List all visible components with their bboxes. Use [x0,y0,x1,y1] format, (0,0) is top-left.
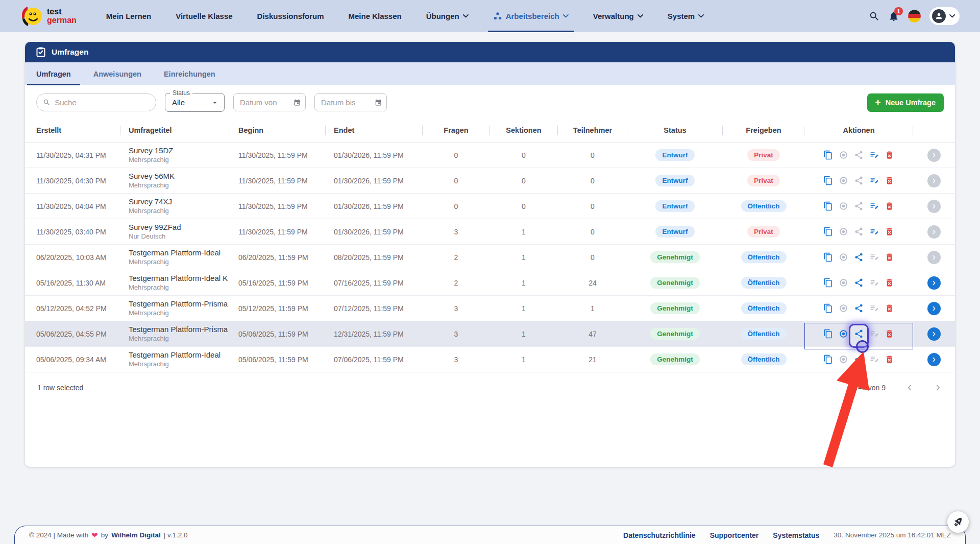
account-menu[interactable] [929,7,960,25]
copy-button[interactable] [822,302,835,315]
copy-button[interactable] [822,328,835,340]
search-field[interactable] [55,98,150,107]
footer-link-status[interactable]: Systemstatus [773,531,819,539]
status-select[interactable]: Status Alle [165,93,225,112]
nav-item[interactable]: Verwaltung [593,0,643,32]
tab[interactable]: Einreichungen [164,62,215,85]
copy-button[interactable] [822,149,835,161]
copy-button[interactable] [822,251,835,264]
nav-item[interactable]: Mein Lernen [106,0,151,32]
language-flag-icon[interactable] [908,9,921,23]
search-input[interactable] [36,93,156,111]
preview-eye-button[interactable] [838,328,850,340]
open-row-button[interactable] [927,225,941,239]
copy-button[interactable] [822,226,835,238]
preview-eye-button[interactable] [838,277,850,289]
delete-button[interactable] [884,251,896,264]
edit-button[interactable] [868,149,880,161]
delete-button[interactable] [884,226,896,238]
nav-item[interactable]: Arbeitsbereich [493,0,569,32]
nav-item[interactable]: Übungen [426,0,469,32]
delete-button[interactable] [884,149,896,161]
edit-button[interactable] [868,353,880,366]
table-row[interactable]: 06/20/2025, 10:03 AM Testgerman Plattfor… [25,245,955,270]
open-row-button[interactable] [927,302,941,315]
share-button[interactable] [853,302,865,315]
column-header[interactable]: Status [627,119,723,142]
calendar-icon[interactable] [375,98,382,107]
preview-eye-button[interactable] [838,226,850,238]
app-logo[interactable]: test german [20,5,77,28]
preview-eye-button[interactable] [838,149,850,161]
column-header[interactable]: Aktionen [804,119,913,142]
table-row[interactable]: 05/06/2025, 09:34 AM Testgerman Plattfor… [25,347,955,372]
date-to-field[interactable] [321,98,373,107]
table-row[interactable]: 11/30/2025, 04:30 PM Survey 56MK Mehrspr… [25,168,955,194]
preview-eye-button[interactable] [838,251,850,264]
share-button[interactable] [853,251,865,264]
open-row-button[interactable] [927,327,941,341]
open-row-button[interactable] [927,174,941,187]
open-row-button[interactable] [927,276,941,290]
column-header[interactable]: Fragen [423,119,489,142]
copy-button[interactable] [822,353,835,366]
date-from-input[interactable] [233,93,306,111]
date-from-field[interactable] [240,98,291,107]
delete-button[interactable] [884,353,896,366]
floating-action-button[interactable] [947,511,969,533]
table-row[interactable]: 05/12/2025, 04:52 PM Testgerman Plattfor… [25,296,955,321]
pagination-prev-button[interactable] [905,383,914,392]
nav-item[interactable]: Diskussionsforum [257,0,324,32]
notifications-bell-icon[interactable]: 1 [888,11,899,22]
edit-button[interactable] [868,277,880,289]
share-button[interactable] [853,175,865,187]
table-row[interactable]: 05/06/2025, 04:55 PM Testgerman Plattfor… [25,321,955,347]
delete-button[interactable] [884,277,896,289]
new-survey-button[interactable]: + Neue Umfrage [867,93,944,112]
pagination-next-button[interactable] [934,383,943,392]
preview-eye-button[interactable] [838,353,850,366]
edit-button[interactable] [868,226,880,238]
nav-item[interactable]: Meine Klassen [348,0,401,32]
copy-button[interactable] [822,200,835,212]
column-header[interactable]: Freigeben [723,119,804,142]
footer-link-privacy[interactable]: Datenschutzrichtlinie [623,531,696,539]
calendar-icon[interactable] [293,98,301,107]
table-row[interactable]: 05/16/2025, 11:30 AM Testgerman Plattfor… [25,270,955,296]
delete-button[interactable] [884,175,896,187]
date-to-input[interactable] [314,93,387,111]
table-row[interactable]: 11/30/2025, 04:04 PM Survey 74XJ Mehrspr… [25,194,955,219]
column-header[interactable]: Endet [326,119,423,142]
share-button[interactable] [853,277,865,289]
search-icon[interactable] [869,11,880,22]
share-button[interactable] [853,149,865,161]
preview-eye-button[interactable] [838,175,850,187]
edit-button[interactable] [868,251,880,264]
copy-button[interactable] [822,175,835,187]
edit-button[interactable] [868,200,880,212]
share-button[interactable] [853,353,865,366]
edit-button[interactable] [868,302,880,315]
open-row-button[interactable] [927,251,941,264]
column-header[interactable]: Umfragetitel [120,119,230,142]
open-row-button[interactable] [927,353,941,366]
column-header[interactable]: Sektionen [489,119,558,142]
open-row-button[interactable] [927,149,941,162]
share-button[interactable] [853,328,865,340]
preview-eye-button[interactable] [838,302,850,315]
column-header[interactable]: Beginn [230,119,326,142]
company-link[interactable]: Wilhelm Digital [111,531,161,539]
footer-link-support[interactable]: Supportcenter [710,531,759,539]
delete-button[interactable] [884,328,896,340]
table-row[interactable]: 11/30/2025, 03:40 PM Survey 99ZFad Nur D… [25,219,955,245]
edit-button[interactable] [868,328,880,340]
preview-eye-button[interactable] [838,200,850,212]
share-button[interactable] [853,226,865,238]
tab[interactable]: Anweisungen [93,62,141,85]
copy-button[interactable] [822,277,835,289]
table-row[interactable]: 11/30/2025, 04:31 PM Survey 15DZ Mehrspr… [25,143,955,168]
tab[interactable]: Umfragen [36,62,71,85]
column-header[interactable]: Teilnehmer [558,119,627,142]
column-header[interactable]: Erstellt [25,119,120,142]
delete-button[interactable] [884,200,896,212]
